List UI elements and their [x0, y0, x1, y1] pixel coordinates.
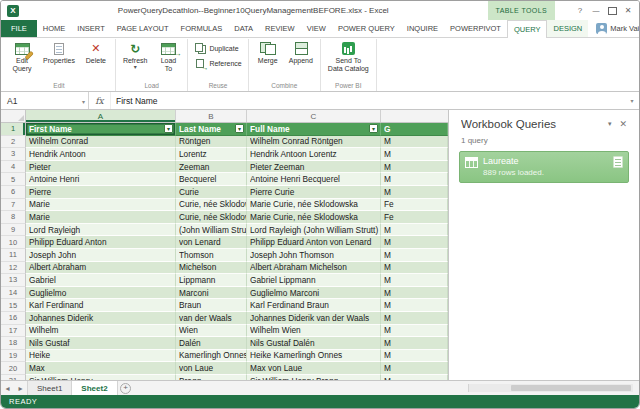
- data-cell[interactable]: Marie: [26, 211, 176, 224]
- ribbon-tab-data[interactable]: DATA: [228, 20, 259, 37]
- sheet-tab-sheet2[interactable]: Sheet2: [72, 381, 117, 395]
- row-header-18[interactable]: 18: [1, 337, 26, 350]
- row-header-19[interactable]: 19: [1, 350, 26, 363]
- data-cell[interactable]: M: [381, 362, 448, 375]
- row-header-14[interactable]: 14: [1, 287, 26, 300]
- data-cell[interactable]: Albert Abraham: [26, 262, 176, 275]
- data-cell[interactable]: Pierre Curie: [247, 186, 381, 199]
- data-cell[interactable]: Heike Kamerlingh Onnes: [247, 350, 381, 363]
- row-header-6[interactable]: 6: [1, 186, 26, 199]
- data-cell[interactable]: Wien: [176, 325, 247, 338]
- row-header-20[interactable]: 20: [1, 362, 26, 375]
- data-cell[interactable]: Marie: [26, 199, 176, 212]
- row-header-11[interactable]: 11: [1, 249, 26, 262]
- ribbon-tab-powerpivot[interactable]: POWERPIVOT: [444, 20, 507, 37]
- column-header-c[interactable]: C: [247, 110, 381, 122]
- data-cell[interactable]: Philipp Eduard Anton: [26, 236, 176, 249]
- pane-close-icon[interactable]: [615, 119, 631, 129]
- row-header-5[interactable]: 5: [1, 173, 26, 186]
- ribbon-tab-page-layout[interactable]: PAGE LAYOUT: [111, 20, 175, 37]
- row-header-4[interactable]: 4: [1, 161, 26, 174]
- data-cell[interactable]: Curie, née Sklodowska: [176, 211, 247, 224]
- data-cell[interactable]: Fe: [381, 199, 448, 212]
- filter-dropdown-icon[interactable]: [164, 124, 173, 133]
- filter-dropdown-icon[interactable]: [235, 124, 244, 133]
- data-cell[interactable]: van der Waals: [176, 312, 247, 325]
- header-cell[interactable]: G: [381, 123, 448, 136]
- data-cell[interactable]: Röntgen: [176, 136, 247, 149]
- data-cell[interactable]: Gabriel: [26, 274, 176, 287]
- ribbon-tab-home[interactable]: HOME: [37, 20, 72, 37]
- data-cell[interactable]: M: [381, 236, 448, 249]
- reference-button[interactable]: Reference: [191, 57, 244, 70]
- ribbon-tab-file[interactable]: FILE: [1, 20, 37, 37]
- row-header-1[interactable]: 1: [1, 123, 26, 136]
- data-cell[interactable]: Fe: [381, 211, 448, 224]
- data-cell[interactable]: Zeeman: [176, 161, 247, 174]
- data-cell[interactable]: Nils Gustaf Dalén: [247, 337, 381, 350]
- pane-options-icon[interactable]: [604, 120, 616, 128]
- data-cell[interactable]: Johannes Diderik van der Waals: [247, 312, 381, 325]
- filter-dropdown-icon[interactable]: [369, 124, 378, 133]
- help-icon[interactable]: [573, 4, 587, 17]
- properties-button[interactable]: Properties: [39, 39, 79, 65]
- close-icon[interactable]: [621, 4, 635, 17]
- row-header-16[interactable]: 16: [1, 312, 26, 325]
- append-button[interactable]: Append: [285, 39, 317, 65]
- data-cell[interactable]: M: [381, 249, 448, 262]
- sheet-nav-right-icon[interactable]: [14, 381, 27, 395]
- row-header-17[interactable]: 17: [1, 325, 26, 338]
- data-cell[interactable]: Karl Ferdinand: [26, 299, 176, 312]
- header-cell[interactable]: Full Name: [247, 123, 381, 136]
- data-cell[interactable]: Thomson: [176, 249, 247, 262]
- data-cell[interactable]: Joseph John: [26, 249, 176, 262]
- data-cell[interactable]: Becquerel: [176, 173, 247, 186]
- data-cell[interactable]: Wilhelm Conrad: [26, 136, 176, 149]
- column-header-a[interactable]: A: [26, 110, 176, 122]
- delete-button[interactable]: Delete: [80, 39, 112, 65]
- data-cell[interactable]: Wilhelm: [26, 325, 176, 338]
- data-cell[interactable]: Nils Gustaf: [26, 337, 176, 350]
- data-cell[interactable]: Marconi: [176, 287, 247, 300]
- send-to-data-catalog-button[interactable]: Send ToData Catalog: [324, 39, 373, 73]
- data-cell[interactable]: Max von Laue: [247, 362, 381, 375]
- data-cell[interactable]: Wilhelm Conrad Röntgen: [247, 136, 381, 149]
- data-cell[interactable]: M: [381, 262, 448, 275]
- header-cell[interactable]: First Name: [26, 123, 176, 136]
- data-cell[interactable]: (John William Strutt): [176, 224, 247, 237]
- data-cell[interactable]: M: [381, 186, 448, 199]
- data-cell[interactable]: Hendrik Antoon Lorentz: [247, 148, 381, 161]
- data-cell[interactable]: Hendrik Antoon: [26, 148, 176, 161]
- ribbon-tab-formulas[interactable]: FORMULAS: [175, 20, 229, 37]
- data-cell[interactable]: Michelson: [176, 262, 247, 275]
- row-header-7[interactable]: 7: [1, 199, 26, 212]
- horizontal-scrollbar[interactable]: [468, 384, 633, 392]
- data-cell[interactable]: M: [381, 173, 448, 186]
- refresh-button[interactable]: Refresh: [119, 39, 152, 70]
- data-cell[interactable]: M: [381, 299, 448, 312]
- data-cell[interactable]: Dalén: [176, 337, 247, 350]
- merge-button[interactable]: Merge: [252, 39, 284, 65]
- row-header-9[interactable]: 9: [1, 224, 26, 237]
- data-cell[interactable]: Pieter: [26, 161, 176, 174]
- data-cell[interactable]: Braun: [176, 299, 247, 312]
- restore-icon[interactable]: [605, 4, 619, 17]
- formula-input[interactable]: First Name: [111, 92, 625, 109]
- data-cell[interactable]: M: [381, 136, 448, 149]
- data-cell[interactable]: Curie: [176, 186, 247, 199]
- data-cell[interactable]: Johannes Diderik: [26, 312, 176, 325]
- column-header-b[interactable]: B: [176, 110, 247, 122]
- data-cell[interactable]: Joseph John Thomson: [247, 249, 381, 262]
- minimize-icon[interactable]: [589, 4, 603, 17]
- data-cell[interactable]: Curie, née Sklodowska: [176, 199, 247, 212]
- data-cell[interactable]: M: [381, 337, 448, 350]
- excel-logo-icon[interactable]: [7, 5, 19, 17]
- data-cell[interactable]: Pieter Zeeman: [247, 161, 381, 174]
- name-box-dropdown-icon[interactable]: [82, 96, 88, 106]
- row-header-15[interactable]: 15: [1, 299, 26, 312]
- row-header-13[interactable]: 13: [1, 274, 26, 287]
- scrollbar-thumb[interactable]: [511, 385, 631, 391]
- ribbon-tab-design[interactable]: DESIGN: [547, 20, 588, 37]
- sheet-tab-sheet1[interactable]: Sheet1: [27, 381, 72, 395]
- insert-function-icon[interactable]: fx: [89, 92, 111, 109]
